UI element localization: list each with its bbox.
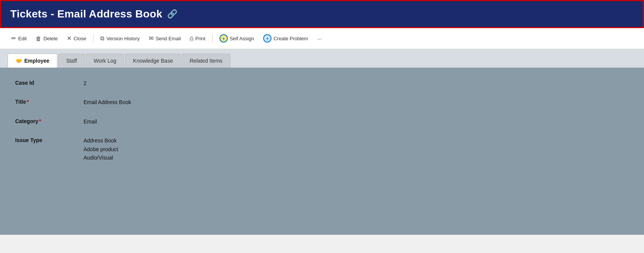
issue-type-item-3: Audio/Visual <box>84 153 118 162</box>
issue-type-item-2: Adobe product <box>84 145 118 153</box>
case-id-label: Case Id <box>15 79 84 86</box>
tab-related-items[interactable]: Related Items <box>182 54 230 68</box>
page-header: Tickets - Email Address Book 🔗 <box>0 0 644 28</box>
edit-label: Edit <box>18 36 27 41</box>
category-label: Category* <box>15 117 84 124</box>
employee-tab-icon: 🤝 <box>16 58 22 64</box>
create-problem-button[interactable]: + Create Problem <box>259 32 312 45</box>
link-icon[interactable]: 🔗 <box>167 9 177 19</box>
issue-type-value: Address Book Adobe product Audio/Visual <box>84 136 118 162</box>
title-value: Email Address Book <box>84 98 131 106</box>
issue-type-label: Issue Type <box>15 136 84 143</box>
case-id-row: Case Id 2 <box>15 79 629 87</box>
tab-knowledge-base[interactable]: Knowledge Base <box>125 54 181 68</box>
title-label: Title* <box>15 98 84 105</box>
delete-label: Delete <box>43 36 58 41</box>
self-assign-icon: + <box>219 34 228 43</box>
print-icon: ⎙ <box>190 35 193 42</box>
separator-2 <box>212 34 213 43</box>
create-problem-label: Create Problem <box>273 36 308 41</box>
version-history-label: Version History <box>106 36 139 41</box>
related-items-tab-label: Related Items <box>189 58 222 64</box>
send-email-icon: ✉ <box>149 35 154 42</box>
employee-tab-label: Employee <box>24 58 49 64</box>
case-id-value: 2 <box>84 79 87 87</box>
tab-employee[interactable]: 🤝 Employee <box>8 54 57 68</box>
category-value: Email <box>84 117 97 126</box>
work-log-tab-label: Work Log <box>94 58 117 64</box>
send-email-button[interactable]: ✉ Send Email <box>145 33 185 44</box>
version-history-button[interactable]: ⧉ Version History <box>96 33 143 44</box>
print-label: Print <box>195 36 205 41</box>
self-assign-button[interactable]: + Self Assign <box>216 32 258 45</box>
tab-staff[interactable]: Staff <box>58 54 85 68</box>
tabs-container: 🤝 Employee Staff Work Log Knowledge Base… <box>0 49 644 68</box>
create-problem-icon: + <box>263 34 271 43</box>
tab-work-log[interactable]: Work Log <box>86 54 125 68</box>
edit-button[interactable]: ✏ Edit <box>8 33 30 44</box>
staff-tab-label: Staff <box>66 58 77 64</box>
delete-button[interactable]: 🗑 Delete <box>32 33 62 44</box>
more-icon: ··· <box>317 35 322 42</box>
separator-1 <box>93 34 93 43</box>
version-history-icon: ⧉ <box>100 35 104 42</box>
close-icon: ✕ <box>67 35 72 42</box>
issue-type-row: Issue Type Address Book Adobe product Au… <box>15 136 629 162</box>
issue-type-item-1: Address Book <box>84 136 118 145</box>
category-required: * <box>39 118 41 124</box>
send-email-label: Send Email <box>156 36 181 41</box>
edit-icon: ✏ <box>11 35 16 42</box>
title-row: Title* Email Address Book <box>15 98 629 106</box>
delete-icon: 🗑 <box>36 35 41 42</box>
more-button[interactable]: ··· <box>313 33 326 44</box>
self-assign-label: Self Assign <box>230 36 254 41</box>
toolbar: ✏ Edit 🗑 Delete ✕ Close ⧉ Version Histor… <box>0 28 644 49</box>
title-required: * <box>27 99 29 105</box>
print-button[interactable]: ⎙ Print <box>186 33 209 44</box>
page-title: Tickets - Email Address Book <box>10 8 163 20</box>
content-area: Case Id 2 Title* Email Address Book Cate… <box>0 68 644 235</box>
close-label: Close <box>74 36 86 41</box>
category-row: Category* Email <box>15 117 629 126</box>
close-button[interactable]: ✕ Close <box>63 33 90 44</box>
knowledge-base-tab-label: Knowledge Base <box>133 58 173 64</box>
